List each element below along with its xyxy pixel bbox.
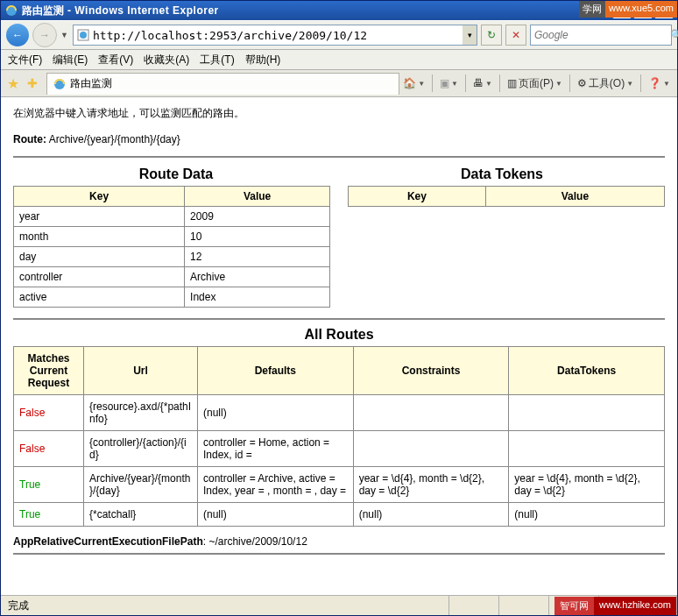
menu-edit[interactable]: 编辑(E) bbox=[53, 53, 88, 67]
tools-menu-button[interactable]: ⚙工具(O)▼ bbox=[574, 74, 637, 93]
table-row: True{*catchall}(null)(null)(null) bbox=[14, 503, 665, 527]
search-box[interactable]: 🔍 bbox=[530, 25, 672, 46]
svg-point-2 bbox=[80, 32, 87, 39]
table-row: False{resource}.axd/{*pathInfo}(null) bbox=[14, 395, 665, 431]
page-content: 在浏览器中键入请求地址，可以监测匹配的路由。 Route: Archive/{y… bbox=[1, 97, 677, 595]
forward-button: → bbox=[32, 23, 57, 47]
back-button[interactable]: ← bbox=[6, 24, 29, 46]
th-url: Url bbox=[84, 347, 198, 395]
page-icon bbox=[76, 28, 90, 42]
help-icon: ❓ bbox=[648, 77, 661, 89]
browser-tab[interactable]: 路由监测 bbox=[46, 73, 399, 95]
th-value: Value bbox=[185, 187, 330, 207]
th-key2: Key bbox=[349, 187, 486, 207]
address-bar[interactable]: ▾ bbox=[73, 25, 477, 46]
route-data-heading: Route Data bbox=[13, 161, 339, 186]
all-routes-table: Matches Current Request Url Defaults Con… bbox=[13, 346, 665, 527]
menu-view[interactable]: 查看(V) bbox=[98, 53, 133, 67]
stop-button[interactable]: ✕ bbox=[505, 25, 526, 46]
table-row: activeIndex bbox=[14, 287, 330, 308]
tab-ie-icon bbox=[53, 77, 67, 91]
intro-text: 在浏览器中键入请求地址，可以监测匹配的路由。 bbox=[13, 106, 665, 121]
add-favorite-button[interactable]: ✚ bbox=[24, 74, 41, 92]
search-input[interactable] bbox=[531, 29, 670, 41]
th-constraints: Constraints bbox=[353, 347, 509, 395]
tab-label: 路由监测 bbox=[70, 76, 112, 91]
th-datatokens: DataTokens bbox=[509, 347, 665, 395]
route-value: Archive/{year}/{month}/{day} bbox=[46, 133, 180, 145]
route-label: Route: bbox=[13, 133, 46, 145]
ie-icon bbox=[4, 4, 18, 18]
gear-icon: ⚙ bbox=[577, 77, 587, 89]
tab-bar: ★ ✚ 路由监测 🏠▼ ▣▼ 🖶▼ ▥页面(P)▼ ⚙工具(O)▼ ❓▼ bbox=[1, 70, 677, 97]
nav-history-dropdown[interactable]: ▼ bbox=[60, 31, 69, 39]
feeds-button[interactable]: ▣▼ bbox=[436, 74, 462, 93]
route-data-table: KeyValue year2009month10day12controllerA… bbox=[13, 186, 330, 308]
menu-help[interactable]: 帮助(H) bbox=[245, 53, 281, 67]
app-title-text: - Windows Internet Explorer bbox=[67, 4, 219, 17]
data-tokens-heading: Data Tokens bbox=[339, 161, 665, 186]
home-button[interactable]: 🏠▼ bbox=[399, 74, 428, 93]
menu-file[interactable]: 文件(F) bbox=[8, 53, 42, 67]
watermark-top: 学网 www.xue5.com bbox=[579, 1, 677, 18]
help-button[interactable]: ❓▼ bbox=[645, 74, 674, 93]
home-icon: 🏠 bbox=[403, 77, 416, 89]
print-icon: 🖶 bbox=[473, 77, 484, 89]
table-row: False{controller}/{action}/{id}controlle… bbox=[14, 431, 665, 467]
table-row: year2009 bbox=[14, 207, 330, 227]
data-tokens-table: KeyValue bbox=[348, 186, 665, 207]
table-row: TrueArchive/{year}/{month}/{day}controll… bbox=[14, 467, 665, 503]
watermark-bottom: 智可网 www.hzhike.com bbox=[554, 597, 676, 615]
th-key: Key bbox=[14, 187, 185, 207]
all-routes-heading: All Routes bbox=[13, 323, 665, 346]
page-title-text: 路由监测 bbox=[22, 4, 64, 18]
table-row: day12 bbox=[14, 247, 330, 267]
menu-favorites[interactable]: 收藏夹(A) bbox=[144, 53, 189, 67]
nav-bar: ← → ▼ ▾ ↻ ✕ 🔍 bbox=[1, 20, 677, 50]
title-bar: 路由监测 - Windows Internet Explorer ─ □ ✕ 学… bbox=[1, 1, 677, 20]
th-defaults: Defaults bbox=[198, 347, 354, 395]
table-row: controllerArchive bbox=[14, 267, 330, 287]
th-matches: Matches Current Request bbox=[14, 347, 84, 395]
address-input[interactable] bbox=[93, 29, 463, 42]
print-button[interactable]: 🖶▼ bbox=[470, 74, 496, 93]
menu-tools[interactable]: 工具(T) bbox=[200, 53, 234, 67]
rss-icon: ▣ bbox=[440, 77, 449, 89]
table-row: month10 bbox=[14, 227, 330, 247]
status-done: 完成 bbox=[1, 596, 449, 615]
filepath-value: : ~/archive/2009/10/12 bbox=[203, 535, 307, 548]
favorites-button[interactable]: ★ bbox=[4, 74, 22, 92]
menu-bar: 文件(F) 编辑(E) 查看(V) 收藏夹(A) 工具(T) 帮助(H) bbox=[1, 50, 677, 70]
page-icon-small: ▥ bbox=[507, 77, 517, 89]
search-icon[interactable]: 🔍 bbox=[670, 29, 678, 41]
address-dropdown[interactable]: ▾ bbox=[463, 25, 477, 45]
th-value2: Value bbox=[485, 187, 664, 207]
refresh-button[interactable]: ↻ bbox=[481, 25, 502, 46]
filepath-label: AppRelativeCurrentExecutionFilePath bbox=[13, 535, 203, 548]
page-menu-button[interactable]: ▥页面(P)▼ bbox=[504, 74, 566, 93]
